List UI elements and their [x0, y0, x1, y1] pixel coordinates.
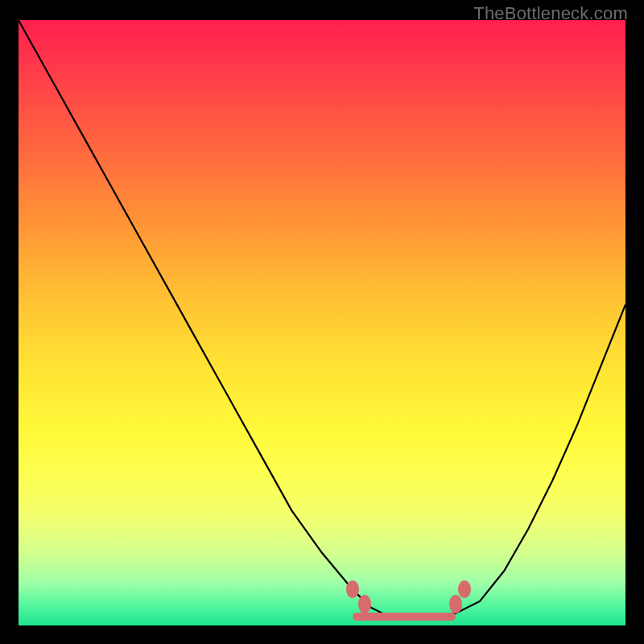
valley-highlight [353, 613, 456, 621]
bottleneck-curve [19, 20, 625, 625]
curve-marker [449, 595, 462, 613]
curve-marker [358, 595, 371, 613]
gradient-plot-area [19, 20, 625, 625]
curve-marker [346, 580, 359, 598]
curve-marker [458, 580, 471, 598]
chart-frame: TheBottleneck.com [0, 0, 644, 644]
